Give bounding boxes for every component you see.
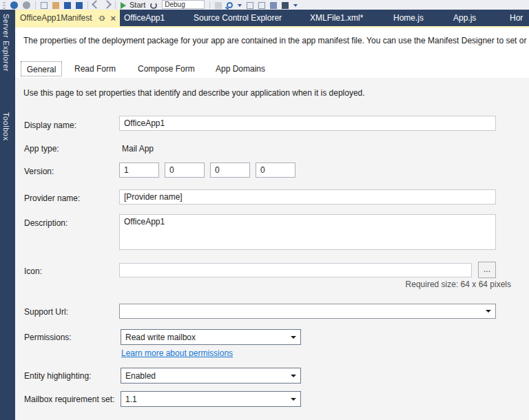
icon-size-helper: Required size: 64 x 64 pixels: [406, 280, 511, 289]
tab-clipped-right[interactable]: Hor: [510, 10, 523, 26]
dropdown-caret-icon[interactable]: [293, 4, 298, 7]
refresh-icon[interactable]: [150, 2, 157, 9]
entity-highlighting-label: Entity highlighting:: [24, 371, 91, 381]
version-label: Version:: [24, 167, 54, 176]
description-textarea[interactable]: OfficeApp1: [119, 214, 496, 250]
toolbar-separator: [115, 1, 116, 9]
pin-icon[interactable]: [98, 14, 105, 22]
solution-config-combo[interactable]: Debug: [162, 0, 205, 9]
icon-path-input[interactable]: [119, 263, 472, 277]
chevron-down-icon: [291, 336, 296, 339]
document-tab-bar: OfficeApp1Manifest × OfficeApp1 Source C…: [15, 10, 529, 28]
tab-app-js[interactable]: App.js: [453, 10, 476, 26]
support-url-combo[interactable]: [119, 304, 496, 319]
display-name-label: Display name:: [24, 120, 76, 130]
find-icon[interactable]: [227, 2, 233, 8]
redo-icon[interactable]: [103, 0, 112, 9]
chevron-down-icon: [291, 375, 296, 377]
version-revision-input[interactable]: [256, 162, 295, 178]
version-build-input[interactable]: [210, 162, 250, 178]
save-all-icon[interactable]: [76, 2, 83, 9]
general-panel: Use this page to set properties that ide…: [15, 78, 529, 420]
toolbar-grip[interactable]: [3, 2, 6, 9]
attach-icon[interactable]: [215, 2, 222, 9]
mailbox-requirement-value: 1.1: [125, 395, 288, 404]
permissions-label: Permissions:: [24, 333, 72, 342]
chevron-down-icon: [291, 398, 296, 401]
icon-label: Icon:: [24, 266, 42, 276]
vs-window: Start Debug OfficeApp1Manifest × OfficeA…: [0, 0, 529, 420]
tab-compose-form[interactable]: Compose Form: [138, 61, 195, 76]
support-url-label: Support Url:: [24, 307, 68, 317]
navigate-back-icon[interactable]: [10, 1, 18, 9]
sidebar-item-server-explorer[interactable]: Server Explorer: [2, 14, 10, 72]
toolbar-separator: [87, 1, 88, 9]
provider-name-input[interactable]: [119, 189, 496, 204]
left-sidebar: Server Explorer Toolbox: [0, 10, 15, 420]
display-name-input[interactable]: [119, 116, 496, 131]
tab-officeapp1[interactable]: OfficeApp1: [124, 10, 165, 26]
start-debug-icon[interactable]: [121, 2, 126, 9]
tab-home-js[interactable]: Home.js: [393, 10, 424, 26]
navigate-forward-icon[interactable]: [23, 1, 30, 9]
dropdown-caret-icon[interactable]: [238, 4, 242, 7]
tab-app-domains[interactable]: App Domains: [216, 61, 265, 76]
new-file-icon[interactable]: [41, 2, 48, 9]
save-icon[interactable]: [64, 2, 71, 9]
main-toolbar: Start Debug: [0, 0, 529, 10]
mailbox-requirement-combo[interactable]: 1.1: [121, 391, 301, 407]
open-folder-icon[interactable]: [52, 2, 59, 9]
active-tab-label: OfficeApp1Manifest: [20, 13, 92, 23]
entity-highlighting-combo[interactable]: Enabled: [121, 368, 301, 384]
provider-name-label: Provider name:: [24, 193, 80, 203]
command-icon[interactable]: [282, 2, 289, 9]
description-label: Description:: [24, 218, 68, 228]
close-icon[interactable]: ×: [111, 14, 116, 23]
tab-source-control-explorer[interactable]: Source Control Explorer: [194, 10, 282, 26]
command-icon[interactable]: [270, 2, 277, 9]
undo-icon[interactable]: [92, 0, 101, 9]
tab-xmlfile1[interactable]: XMLFile1.xml*: [310, 10, 363, 26]
mailbox-requirement-label: Mailbox requirement set:: [24, 395, 114, 404]
version-minor-input[interactable]: [165, 162, 205, 178]
manifest-designer: The properties of the deployment package…: [15, 28, 529, 420]
command-icon[interactable]: [258, 2, 265, 9]
icon-browse-button[interactable]: ...: [478, 262, 496, 278]
command-icon[interactable]: [247, 2, 253, 9]
chevron-down-icon: [486, 310, 491, 313]
permissions-combo[interactable]: Read write mailbox: [121, 329, 301, 345]
permissions-learn-more-link[interactable]: Learn more about permissions: [121, 348, 233, 358]
toolbar-separator: [35, 1, 36, 9]
tab-officeapp1manifest-active[interactable]: OfficeApp1Manifest ×: [15, 10, 120, 26]
toolbar-separator: [209, 1, 210, 9]
sidebar-item-toolbox[interactable]: Toolbox: [2, 112, 10, 140]
entity-highlighting-value: Enabled: [125, 371, 288, 381]
tab-general[interactable]: General: [21, 61, 62, 76]
start-debug-label[interactable]: Start: [129, 1, 145, 9]
version-major-input[interactable]: [119, 162, 159, 178]
tab-read-form[interactable]: Read Form: [74, 61, 116, 76]
app-type-label: App type:: [24, 144, 59, 154]
manifest-intro-text: The properties of the deployment package…: [23, 36, 529, 45]
general-description: Use this page to set properties that ide…: [23, 88, 365, 98]
app-type-value: Mail App: [122, 144, 154, 154]
permissions-value: Read write mailbox: [125, 333, 288, 342]
